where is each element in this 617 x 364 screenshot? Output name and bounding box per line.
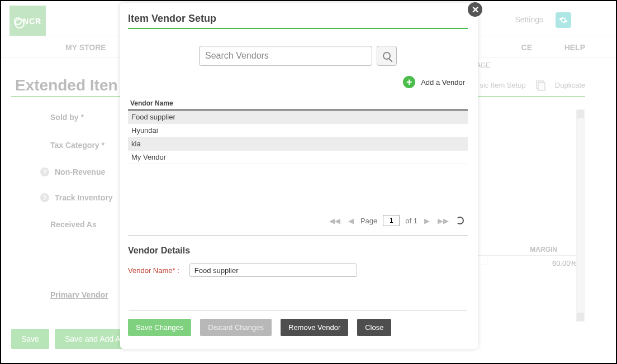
scroll-up[interactable] [577, 110, 584, 118]
label-track-inventory: Track Inventory [55, 193, 113, 202]
search-vendors-input[interactable] [199, 46, 372, 66]
add-vendor-icon[interactable]: + [403, 76, 415, 88]
vendor-details-title: Vendor Details [128, 246, 468, 256]
help-icon[interactable]: ? [40, 193, 49, 202]
modal-separator [129, 310, 467, 311]
modal-title-underline [128, 28, 468, 29]
refresh-icon[interactable] [455, 216, 464, 225]
nav-my-store[interactable]: MY STORE [65, 43, 106, 52]
vendor-name-input[interactable] [189, 264, 357, 277]
sub-tab-age[interactable]: AGE [476, 61, 490, 69]
discard-changes-button[interactable]: Discard Changes [200, 319, 272, 336]
close-button[interactable]: Close [357, 319, 391, 336]
basic-item-setup-link[interactable]: sic Item Setup [480, 81, 525, 89]
remove-vendor-button[interactable]: Remove Vendor [281, 319, 348, 336]
help-icon[interactable]: ? [40, 167, 49, 176]
scroll-down[interactable] [577, 313, 584, 321]
page-first-icon[interactable]: ◀◀ [328, 217, 341, 225]
duplicate-icon[interactable] [536, 80, 545, 89]
save-changes-button[interactable]: Save Changes [128, 319, 191, 336]
label-sold-by: Sold by * [50, 113, 84, 122]
pagination: ◀◀ ◀ Page of 1 ▶ ▶▶ [128, 206, 468, 236]
grid-header-vendor-name[interactable]: Vendor Name [128, 96, 468, 111]
page-prev-icon[interactable]: ◀ [347, 217, 355, 225]
brand-logo: NCR [10, 6, 46, 36]
vendor-row[interactable]: Food supplier [128, 111, 468, 124]
page-next-icon[interactable]: ▶ [423, 217, 431, 225]
nav-ce[interactable]: CE [521, 43, 532, 52]
modal-title: Item Vendor Setup [128, 13, 468, 25]
close-icon[interactable]: ✕ [468, 2, 482, 17]
search-icon [383, 52, 391, 60]
nav-help[interactable]: HELP [564, 43, 585, 52]
vendor-row[interactable]: Hyundai [128, 124, 468, 137]
scrollbar[interactable] [576, 109, 585, 322]
item-vendor-setup-modal: ✕ Item Vendor Setup + Add a Vendor Vendo… [120, 3, 478, 349]
gear-icon[interactable] [556, 12, 571, 28]
page-label: Page [360, 217, 377, 225]
vendor-row[interactable]: kia [128, 137, 468, 151]
page-of-label: of 1 [405, 217, 417, 225]
page-title: Extended Iten [15, 76, 118, 94]
settings-link[interactable]: Settings [515, 15, 543, 24]
vendor-row[interactable]: My Vendor [128, 151, 468, 164]
margin-value: 60.00% [476, 255, 577, 267]
page-number-input[interactable] [383, 215, 400, 226]
page-last-icon[interactable]: ▶▶ [436, 217, 450, 225]
label-tax-category: Tax Category * [50, 141, 105, 150]
label-received-as: Received As [50, 220, 97, 229]
vendor-name-label: Vendor Name* : [128, 266, 179, 275]
search-button[interactable] [377, 46, 397, 66]
label-non-revenue: Non-Revenue [55, 167, 105, 176]
add-vendor-link[interactable]: Add a Vendor [421, 78, 465, 87]
save-button[interactable]: Save [11, 329, 49, 349]
duplicate-link[interactable]: Duplicate [555, 81, 585, 89]
margin-header: MARGIN [530, 246, 557, 253]
primary-vendor-link[interactable]: Primary Vendor [50, 290, 108, 299]
